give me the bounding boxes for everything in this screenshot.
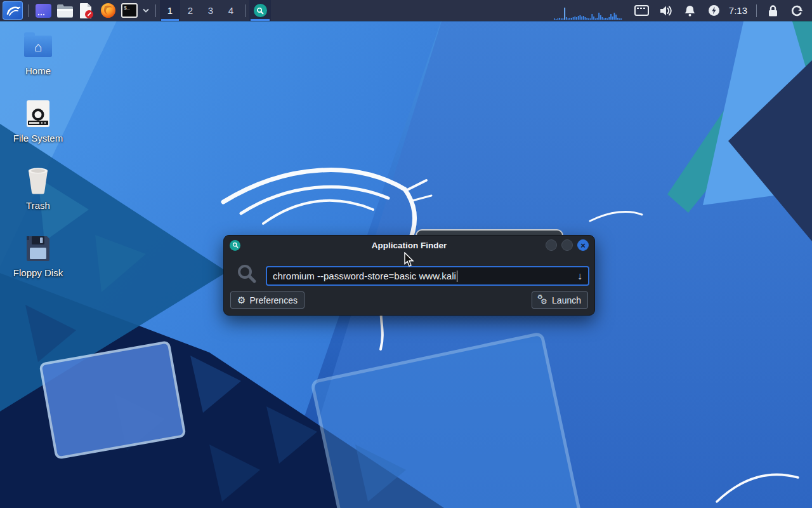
preferences-button[interactable]: ⚙ Preferences — [230, 291, 304, 309]
command-text: chromium --password-store=basic www.kali — [273, 271, 456, 281]
taskbar-application-finder[interactable] — [249, 0, 271, 21]
volume-icon — [659, 4, 673, 17]
terminal-icon: $_ — [121, 3, 138, 18]
home-folder-icon: ⌂ — [23, 32, 53, 61]
mouse-cursor — [404, 252, 416, 267]
text-editor-icon — [78, 3, 95, 19]
notifications-button[interactable] — [683, 0, 698, 21]
lock-screen-button[interactable] — [765, 0, 780, 21]
panel-separator — [155, 4, 156, 17]
desktop-icon-label: Floppy Disk — [5, 267, 71, 278]
console-icon — [35, 3, 52, 18]
close-button[interactable]: × — [577, 239, 589, 251]
history-dropdown-icon[interactable]: ↓ — [577, 271, 582, 282]
launcher-file-manager[interactable] — [54, 0, 75, 21]
workspace-3[interactable]: 3 — [200, 0, 221, 21]
maximize-button[interactable] — [561, 239, 573, 251]
lock-icon — [768, 4, 778, 17]
svg-text:$_: $_ — [124, 5, 130, 11]
launcher-text-editor[interactable] — [75, 0, 97, 21]
power-manager-button[interactable] — [707, 0, 722, 21]
volume-button[interactable] — [658, 0, 674, 21]
application-finder-icon — [230, 240, 240, 251]
panel-separator — [245, 4, 246, 17]
applications-menu-button[interactable] — [1, 0, 24, 21]
notifications-bell-icon — [684, 4, 696, 17]
workspace-2[interactable]: 2 — [180, 0, 200, 21]
desktop-icon-trash[interactable]: Trash — [5, 166, 71, 211]
logout-button[interactable] — [789, 0, 804, 21]
desktop-icon-label: Trash — [5, 200, 71, 211]
power-manager-icon — [708, 4, 720, 17]
display-icon — [634, 5, 649, 16]
panel-clock[interactable]: 7:13 — [729, 5, 747, 16]
command-input[interactable]: chromium --password-store=basic www.kali… — [266, 266, 589, 286]
minimize-button[interactable] — [546, 239, 557, 251]
desktop-icon-floppy-disk[interactable]: Floppy Disk — [5, 234, 71, 278]
display-plugin-button[interactable] — [634, 0, 650, 21]
search-icon — [237, 264, 257, 284]
application-finder-icon — [256, 7, 264, 15]
close-icon: × — [580, 241, 586, 250]
kali-logo-icon — [5, 4, 20, 18]
file-manager-icon — [56, 4, 74, 18]
workspace-1[interactable]: 1 — [160, 0, 180, 21]
kali-desktop: $_ 1 2 3 4 — [0, 0, 812, 508]
gear-icon: ⚙ — [237, 295, 246, 305]
panel-separator — [28, 4, 29, 17]
application-finder-window: Application Finder × chromium --password… — [223, 235, 595, 316]
desktop-icon-label: File System — [5, 133, 71, 144]
workspace-4[interactable]: 4 — [221, 0, 241, 21]
window-title: Application Finder — [224, 241, 594, 250]
launcher-console[interactable] — [32, 0, 54, 21]
desktop-icon-file-system[interactable]: File System — [5, 99, 71, 144]
desktop-icon-label: Home — [5, 65, 71, 76]
trash-icon — [23, 166, 53, 196]
top-panel: $_ 1 2 3 4 — [0, 0, 812, 21]
launch-button[interactable]: ⚙ ⚙ Launch — [532, 291, 588, 309]
file-system-drive-icon — [23, 99, 53, 128]
chevron-down-icon — [143, 8, 149, 13]
panel-separator — [756, 4, 757, 17]
launcher-terminal[interactable]: $_ — [119, 0, 140, 21]
firefox-icon — [100, 3, 116, 18]
text-caret — [457, 271, 458, 282]
launcher-menu-chevron[interactable] — [140, 0, 152, 21]
launcher-firefox[interactable] — [97, 0, 119, 21]
floppy-disk-icon — [23, 234, 53, 263]
execute-gears-icon: ⚙ ⚙ — [539, 295, 548, 305]
cpu-graph[interactable] — [554, 6, 624, 21]
desktop-icon-home[interactable]: ⌂ Home — [5, 32, 71, 76]
logout-icon — [790, 4, 803, 17]
